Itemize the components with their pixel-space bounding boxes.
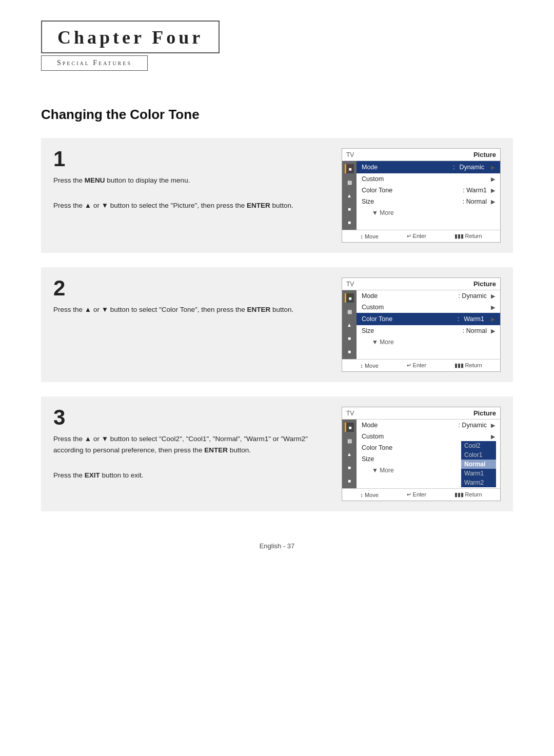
- tv-title-0: Picture: [473, 151, 496, 158]
- footer-move-1: ↕ Move: [360, 362, 378, 369]
- step-text-line: Press the MENU button to display the men…: [53, 175, 329, 186]
- footer-move-0: ↕ Move: [360, 233, 378, 240]
- tv-body-0: ■▩▲■■ Mode : Dynamic ▶ Custom ▶ Color To…: [342, 161, 500, 230]
- menu-row-0: Mode : Dynamic ▶: [357, 161, 500, 173]
- steps-container: 1 Press the MENU button to display the m…: [41, 138, 513, 511]
- step-number-2: 3: [53, 407, 329, 428]
- sidebar-icon-4: ■: [345, 347, 354, 356]
- menu-row-colortone: Color Tone : Cool2Color1NormalWarm1Warm2: [357, 442, 500, 453]
- menu-row-3: Size : Normal ▶: [357, 325, 500, 336]
- page-footer: English - 37: [41, 542, 513, 550]
- sidebar-icon-1: ▩: [345, 307, 354, 316]
- dropdown-item[interactable]: Cool2: [461, 441, 496, 450]
- tv-footer-1: ↕ Move ↵ Enter ▮▮▮ Return: [342, 359, 500, 371]
- tv-label-0: TV: [346, 151, 354, 158]
- tv-sidebar-0: ■▩▲■■: [342, 161, 357, 230]
- tv-footer-0: ↕ Move ↵ Enter ▮▮▮ Return: [342, 230, 500, 242]
- sidebar-icon-2: ▲: [345, 320, 354, 329]
- menu-row-1: Custom ▶: [357, 431, 500, 442]
- dropdown-item[interactable]: Normal: [461, 460, 496, 469]
- dropdown-item[interactable]: Color1: [461, 450, 496, 460]
- step-block-2: 3 Press the ▲ or ▼ button to select "Coo…: [41, 396, 513, 511]
- step-left-0: 1 Press the MENU button to display the m…: [53, 148, 329, 214]
- step-number-1: 2: [53, 277, 329, 299]
- dropdown-item[interactable]: Warm2: [461, 478, 496, 487]
- footer-enter-0: ↵ Enter: [407, 233, 426, 240]
- tv-menu-0: Mode : Dynamic ▶ Custom ▶ Color Tone : W…: [357, 161, 500, 230]
- menu-row-more: ▼ More: [357, 336, 500, 348]
- footer-move-2: ↕ Move: [360, 491, 378, 498]
- step-left-2: 3 Press the ▲ or ▼ button to select "Coo…: [53, 407, 329, 484]
- more-label: ▼ More: [362, 467, 394, 474]
- chapter-subtitle: Special Features: [57, 59, 132, 67]
- menu-row-0: Mode : Dynamic ▶: [357, 420, 500, 431]
- section-title: Changing the Color Tone: [41, 107, 513, 123]
- sidebar-icon-3: ■: [345, 333, 354, 343]
- step-text-line: Press the ▲ or ▼ button to select "Cool2…: [53, 433, 329, 455]
- step-description-0: Press the MENU button to display the men…: [53, 175, 329, 211]
- sidebar-icon-3: ■: [345, 463, 354, 472]
- footer-return-1: ▮▮▮ Return: [454, 362, 482, 369]
- more-label: ▼ More: [362, 209, 394, 216]
- tv-sidebar-2: ■▩▲■■: [342, 420, 357, 488]
- sidebar-icon-0: ■: [345, 164, 354, 173]
- step-text-line: Press the EXIT button to exit.: [53, 470, 329, 481]
- dropdown-item[interactable]: Warm1: [461, 469, 496, 478]
- sidebar-icon-1: ▩: [345, 177, 354, 187]
- footer-return-0: ▮▮▮ Return: [454, 233, 482, 240]
- sidebar-icon-3: ■: [345, 204, 354, 213]
- tv-footer-2: ↕ Move ↵ Enter ▮▮▮ Return: [342, 488, 500, 501]
- menu-row-2: Color Tone : Warm1 ▶: [357, 185, 500, 196]
- sidebar-icon-4: ■: [345, 476, 354, 485]
- tv-title-1: Picture: [473, 280, 496, 288]
- footer-enter-1: ↵ Enter: [407, 362, 426, 369]
- footer-enter-2: ↵ Enter: [407, 491, 426, 498]
- step-description-2: Press the ▲ or ▼ button to select "Cool2…: [53, 433, 329, 481]
- menu-row-0: Mode : Dynamic ▶: [357, 290, 500, 302]
- menu-row-more: ▼ More: [357, 207, 500, 218]
- sidebar-icon-0: ■: [345, 293, 354, 303]
- sidebar-icon-2: ▲: [345, 449, 354, 459]
- chapter-title: Chapter Four: [57, 27, 203, 48]
- row-label-colortone: Color Tone: [362, 444, 392, 451]
- row-value-colortone: : Cool2Color1NormalWarm1Warm2: [493, 444, 495, 451]
- step-block-0: 1 Press the MENU button to display the m…: [41, 138, 513, 253]
- color-tone-dropdown[interactable]: Cool2Color1NormalWarm1Warm2: [461, 441, 496, 487]
- step-text-line: Press the ▲ or ▼ button to select the "P…: [53, 200, 329, 211]
- tv-body-1: ■▩▲■■ Mode : Dynamic ▶ Custom ▶ Color To…: [342, 290, 500, 359]
- sidebar-icon-4: ■: [345, 217, 354, 227]
- menu-row-3: Size : Normal ▶: [357, 196, 500, 207]
- menu-row-1: Custom ▶: [357, 302, 500, 313]
- menu-row-1: Custom ▶: [357, 173, 500, 185]
- step-text-line: Press the ▲ or ▼ button to select "Color…: [53, 304, 329, 315]
- tv-title-2: Picture: [473, 409, 496, 417]
- tv-header-1: TV Picture: [342, 278, 500, 290]
- tv-label-2: TV: [346, 410, 354, 417]
- tv-menu-2: Mode : Dynamic ▶ Custom ▶ Color Tone : C…: [357, 420, 500, 488]
- tv-panel-2: TV Picture ■▩▲■■ Mode : Dynamic ▶ Custom…: [342, 407, 501, 501]
- tv-label-1: TV: [346, 281, 354, 288]
- tv-body-2: ■▩▲■■ Mode : Dynamic ▶ Custom ▶ Color To…: [342, 420, 500, 488]
- tv-header-2: TV Picture: [342, 407, 500, 420]
- footer-return-2: ▮▮▮ Return: [454, 491, 482, 498]
- tv-sidebar-1: ■▩▲■■: [342, 290, 357, 359]
- tv-panel-0: TV Picture ■▩▲■■ Mode : Dynamic ▶ Custom…: [342, 148, 501, 243]
- step-block-1: 2 Press the ▲ or ▼ button to select "Col…: [41, 267, 513, 382]
- step-left-1: 2 Press the ▲ or ▼ button to select "Col…: [53, 277, 329, 319]
- page-number: English - 37: [260, 542, 295, 550]
- chapter-header: Chapter Four Special Features: [41, 21, 513, 91]
- tv-header-0: TV Picture: [342, 149, 500, 161]
- sidebar-icon-1: ▩: [345, 436, 354, 445]
- sidebar-icon-2: ▲: [345, 191, 354, 200]
- step-description-1: Press the ▲ or ▼ button to select "Color…: [53, 304, 329, 315]
- tv-panel-1: TV Picture ■▩▲■■ Mode : Dynamic ▶ Custom…: [342, 277, 501, 372]
- tv-menu-1: Mode : Dynamic ▶ Custom ▶ Color Tone : W…: [357, 290, 500, 359]
- step-number-0: 1: [53, 148, 329, 170]
- more-label: ▼ More: [362, 339, 394, 346]
- menu-row-2: Color Tone : Warm1 ▶: [357, 313, 500, 325]
- sidebar-icon-0: ■: [345, 423, 354, 432]
